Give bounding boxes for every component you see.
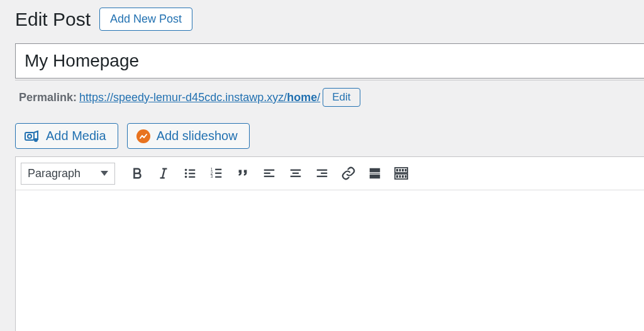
svg-rect-9	[189, 173, 195, 174]
align-left-button[interactable]	[256, 162, 282, 185]
svg-rect-28	[370, 173, 380, 174]
svg-text:3: 3	[211, 174, 213, 178]
svg-rect-27	[370, 168, 380, 172]
svg-point-10	[185, 176, 187, 178]
add-slideshow-button[interactable]: Add slideshow	[127, 123, 250, 149]
bold-button[interactable]	[124, 162, 150, 185]
svg-rect-11	[189, 176, 195, 178]
align-right-button[interactable]	[309, 162, 335, 185]
svg-rect-26	[317, 176, 328, 177]
svg-rect-29	[370, 175, 380, 178]
link-button[interactable]	[335, 162, 362, 185]
svg-rect-0	[25, 133, 34, 140]
svg-rect-33	[402, 169, 404, 171]
permalink-label: Permalink:	[19, 91, 77, 104]
svg-rect-25	[321, 173, 327, 174]
svg-rect-39	[405, 175, 407, 178]
chevron-down-icon	[101, 171, 108, 176]
format-select-label: Paragraph	[28, 167, 80, 180]
add-slideshow-label: Add slideshow	[157, 129, 238, 143]
svg-rect-23	[291, 176, 301, 177]
svg-point-1	[28, 134, 31, 138]
svg-rect-15	[215, 173, 221, 174]
format-select[interactable]: Paragraph	[21, 163, 115, 185]
camera-music-icon	[25, 129, 40, 143]
svg-rect-36	[396, 175, 398, 178]
content-editor[interactable]	[16, 190, 644, 331]
svg-rect-38	[402, 175, 404, 178]
svg-point-8	[185, 172, 187, 175]
svg-rect-24	[317, 170, 328, 171]
svg-rect-18	[264, 170, 275, 171]
permalink-edit-button[interactable]: Edit	[323, 88, 360, 107]
italic-button[interactable]	[150, 162, 177, 185]
editor-box: Paragraph 1 2 3	[15, 156, 644, 331]
blockquote-button[interactable]	[230, 162, 256, 185]
post-title-input[interactable]	[15, 43, 644, 79]
toolbar-toggle-button[interactable]	[388, 162, 414, 185]
editor-toolbar: Paragraph 1 2 3	[16, 157, 644, 190]
svg-rect-17	[215, 176, 221, 178]
numbered-list-button[interactable]: 1 2 3	[203, 162, 230, 185]
svg-rect-37	[399, 175, 401, 178]
svg-rect-13	[215, 169, 221, 170]
permalink-row: Permalink: https://speedy-lemur-d45cdc.i…	[19, 88, 644, 107]
bullet-list-button[interactable]	[177, 162, 203, 185]
svg-rect-34	[405, 169, 407, 171]
svg-rect-31	[396, 169, 398, 171]
svg-line-5	[162, 169, 165, 178]
align-center-button[interactable]	[282, 162, 309, 185]
add-new-post-button[interactable]: Add New Post	[99, 8, 192, 31]
svg-rect-22	[292, 173, 299, 174]
read-more-button[interactable]	[362, 162, 388, 185]
svg-rect-21	[291, 170, 301, 171]
svg-rect-20	[264, 176, 275, 177]
add-media-label: Add Media	[46, 129, 106, 143]
svg-rect-32	[399, 169, 401, 171]
add-media-button[interactable]: Add Media	[15, 123, 118, 149]
svg-point-6	[185, 169, 187, 171]
slideshow-icon	[136, 129, 150, 143]
permalink-link[interactable]: https://speedy-lemur-d45cdc.instawp.xyz/…	[79, 91, 320, 104]
page-title: Edit Post	[15, 9, 91, 30]
svg-rect-7	[189, 170, 195, 171]
svg-rect-19	[264, 173, 270, 174]
